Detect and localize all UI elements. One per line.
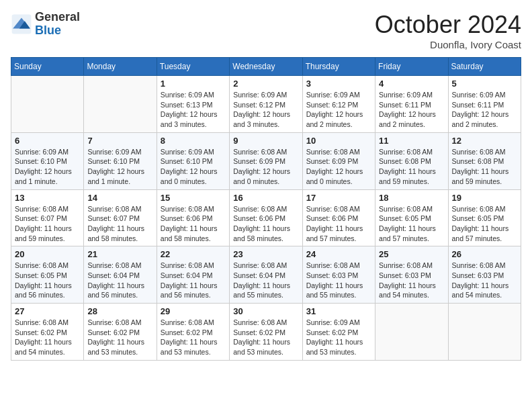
day-info: Sunrise: 6:09 AM Sunset: 6:11 PM Dayligh… — [379, 90, 444, 130]
day-number: 4 — [379, 79, 444, 89]
calendar-day-cell: 14Sunrise: 6:08 AM Sunset: 6:07 PM Dayli… — [84, 189, 157, 246]
day-number: 9 — [233, 136, 298, 146]
day-info: Sunrise: 6:09 AM Sunset: 6:02 PM Dayligh… — [306, 318, 371, 357]
calendar-day-cell: 22Sunrise: 6:08 AM Sunset: 6:04 PM Dayli… — [157, 246, 229, 304]
calendar-day-cell: 21Sunrise: 6:08 AM Sunset: 6:04 PM Dayli… — [84, 246, 157, 304]
weekday-header: Sunday — [11, 58, 84, 76]
day-number: 23 — [233, 249, 298, 259]
day-info: Sunrise: 6:08 AM Sunset: 6:02 PM Dayligh… — [15, 318, 80, 357]
calendar-day-cell: 5Sunrise: 6:09 AM Sunset: 6:11 PM Daylig… — [448, 76, 521, 133]
day-info: Sunrise: 6:08 AM Sunset: 6:05 PM Dayligh… — [15, 261, 80, 300]
calendar-day-cell: 23Sunrise: 6:08 AM Sunset: 6:04 PM Dayli… — [230, 246, 302, 304]
logo-icon — [11, 13, 32, 35]
calendar-day-cell: 26Sunrise: 6:08 AM Sunset: 6:03 PM Dayli… — [448, 246, 521, 304]
day-info: Sunrise: 6:08 AM Sunset: 6:04 PM Dayligh… — [87, 261, 152, 300]
day-info: Sunrise: 6:08 AM Sunset: 6:04 PM Dayligh… — [161, 261, 226, 300]
day-number: 16 — [233, 193, 298, 203]
day-info: Sunrise: 6:08 AM Sunset: 6:02 PM Dayligh… — [161, 318, 226, 357]
calendar-week-row: 13Sunrise: 6:08 AM Sunset: 6:07 PM Dayli… — [11, 189, 521, 246]
day-number: 18 — [379, 193, 444, 203]
location-subtitle: Duonfla, Ivory Coast — [375, 39, 521, 50]
day-info: Sunrise: 6:08 AM Sunset: 6:08 PM Dayligh… — [452, 147, 517, 187]
calendar-day-cell: 2Sunrise: 6:09 AM Sunset: 6:12 PM Daylig… — [230, 76, 302, 133]
title-block: October 2024 Duonfla, Ivory Coast — [375, 11, 521, 50]
calendar-day-cell: 3Sunrise: 6:09 AM Sunset: 6:12 PM Daylig… — [302, 76, 375, 133]
calendar-day-cell: 20Sunrise: 6:08 AM Sunset: 6:05 PM Dayli… — [11, 246, 84, 304]
day-number: 15 — [161, 193, 226, 203]
logo-general-text: General — [35, 10, 80, 24]
calendar-day-cell: 27Sunrise: 6:08 AM Sunset: 6:02 PM Dayli… — [11, 304, 84, 361]
day-info: Sunrise: 6:08 AM Sunset: 6:02 PM Dayligh… — [87, 318, 152, 357]
day-number: 6 — [15, 136, 80, 146]
calendar-day-cell: 12Sunrise: 6:08 AM Sunset: 6:08 PM Dayli… — [448, 132, 521, 189]
calendar-day-cell: 18Sunrise: 6:08 AM Sunset: 6:05 PM Dayli… — [375, 189, 448, 246]
day-number: 13 — [15, 193, 80, 203]
weekday-header: Monday — [84, 58, 157, 76]
calendar-week-row: 27Sunrise: 6:08 AM Sunset: 6:02 PM Dayli… — [11, 304, 521, 361]
calendar-day-cell — [448, 304, 521, 361]
day-info: Sunrise: 6:08 AM Sunset: 6:06 PM Dayligh… — [233, 204, 298, 244]
calendar-day-cell: 10Sunrise: 6:08 AM Sunset: 6:09 PM Dayli… — [302, 132, 375, 189]
calendar-day-cell: 25Sunrise: 6:08 AM Sunset: 6:03 PM Dayli… — [375, 246, 448, 304]
calendar-day-cell — [11, 76, 84, 133]
calendar-day-cell: 11Sunrise: 6:08 AM Sunset: 6:08 PM Dayli… — [375, 132, 448, 189]
day-info: Sunrise: 6:08 AM Sunset: 6:03 PM Dayligh… — [452, 261, 517, 300]
day-info: Sunrise: 6:08 AM Sunset: 6:02 PM Dayligh… — [233, 318, 298, 357]
day-number: 25 — [379, 249, 444, 259]
day-info: Sunrise: 6:09 AM Sunset: 6:10 PM Dayligh… — [15, 147, 80, 187]
calendar-day-cell: 4Sunrise: 6:09 AM Sunset: 6:11 PM Daylig… — [375, 76, 448, 133]
day-info: Sunrise: 6:08 AM Sunset: 6:03 PM Dayligh… — [306, 261, 371, 300]
calendar-day-cell: 29Sunrise: 6:08 AM Sunset: 6:02 PM Dayli… — [157, 304, 229, 361]
calendar-day-cell: 13Sunrise: 6:08 AM Sunset: 6:07 PM Dayli… — [11, 189, 84, 246]
day-number: 26 — [452, 249, 517, 259]
day-number: 17 — [306, 193, 371, 203]
calendar-day-cell: 1Sunrise: 6:09 AM Sunset: 6:13 PM Daylig… — [157, 76, 229, 133]
day-info: Sunrise: 6:08 AM Sunset: 6:03 PM Dayligh… — [379, 261, 444, 300]
day-info: Sunrise: 6:09 AM Sunset: 6:10 PM Dayligh… — [87, 147, 152, 187]
day-info: Sunrise: 6:09 AM Sunset: 6:12 PM Dayligh… — [306, 90, 371, 130]
calendar-week-row: 20Sunrise: 6:08 AM Sunset: 6:05 PM Dayli… — [11, 246, 521, 304]
day-info: Sunrise: 6:09 AM Sunset: 6:11 PM Dayligh… — [452, 90, 517, 130]
day-number: 1 — [161, 79, 226, 89]
day-number: 7 — [87, 136, 152, 146]
day-number: 14 — [87, 193, 152, 203]
calendar-day-cell: 17Sunrise: 6:08 AM Sunset: 6:06 PM Dayli… — [302, 189, 375, 246]
weekday-header: Friday — [375, 58, 448, 76]
weekday-header: Wednesday — [230, 58, 302, 76]
calendar-header-row: SundayMondayTuesdayWednesdayThursdayFrid… — [11, 58, 521, 76]
day-number: 30 — [233, 306, 298, 316]
day-info: Sunrise: 6:08 AM Sunset: 6:06 PM Dayligh… — [306, 204, 371, 244]
day-info: Sunrise: 6:08 AM Sunset: 6:07 PM Dayligh… — [15, 204, 80, 244]
day-number: 10 — [306, 136, 371, 146]
day-number: 27 — [15, 306, 80, 316]
day-number: 3 — [306, 79, 371, 89]
day-info: Sunrise: 6:08 AM Sunset: 6:09 PM Dayligh… — [233, 147, 298, 187]
calendar-day-cell: 30Sunrise: 6:08 AM Sunset: 6:02 PM Dayli… — [230, 304, 302, 361]
day-number: 11 — [379, 136, 444, 146]
day-info: Sunrise: 6:08 AM Sunset: 6:08 PM Dayligh… — [379, 147, 444, 187]
calendar-day-cell: 16Sunrise: 6:08 AM Sunset: 6:06 PM Dayli… — [230, 189, 302, 246]
calendar-table: SundayMondayTuesdayWednesdayThursdayFrid… — [11, 57, 521, 361]
calendar-day-cell: 9Sunrise: 6:08 AM Sunset: 6:09 PM Daylig… — [230, 132, 302, 189]
weekday-header: Saturday — [448, 58, 521, 76]
day-number: 28 — [87, 306, 152, 316]
calendar-day-cell: 19Sunrise: 6:08 AM Sunset: 6:05 PM Dayli… — [448, 189, 521, 246]
day-number: 2 — [233, 79, 298, 89]
calendar-day-cell — [375, 304, 448, 361]
calendar-day-cell: 31Sunrise: 6:09 AM Sunset: 6:02 PM Dayli… — [302, 304, 375, 361]
day-info: Sunrise: 6:09 AM Sunset: 6:13 PM Dayligh… — [161, 90, 226, 130]
day-number: 22 — [161, 249, 226, 259]
day-number: 8 — [161, 136, 226, 146]
calendar-day-cell: 8Sunrise: 6:09 AM Sunset: 6:10 PM Daylig… — [157, 132, 229, 189]
day-info: Sunrise: 6:08 AM Sunset: 6:06 PM Dayligh… — [161, 204, 226, 244]
calendar-day-cell: 15Sunrise: 6:08 AM Sunset: 6:06 PM Dayli… — [157, 189, 229, 246]
calendar-day-cell: 6Sunrise: 6:09 AM Sunset: 6:10 PM Daylig… — [11, 132, 84, 189]
page-header: General Blue October 2024 Duonfla, Ivory… — [11, 11, 521, 50]
calendar-day-cell: 28Sunrise: 6:08 AM Sunset: 6:02 PM Dayli… — [84, 304, 157, 361]
calendar-day-cell: 24Sunrise: 6:08 AM Sunset: 6:03 PM Dayli… — [302, 246, 375, 304]
day-info: Sunrise: 6:08 AM Sunset: 6:09 PM Dayligh… — [306, 147, 371, 187]
logo-blue-text: Blue — [35, 24, 61, 37]
day-info: Sunrise: 6:08 AM Sunset: 6:04 PM Dayligh… — [233, 261, 298, 300]
calendar-day-cell: 7Sunrise: 6:09 AM Sunset: 6:10 PM Daylig… — [84, 132, 157, 189]
day-number: 19 — [452, 193, 517, 203]
